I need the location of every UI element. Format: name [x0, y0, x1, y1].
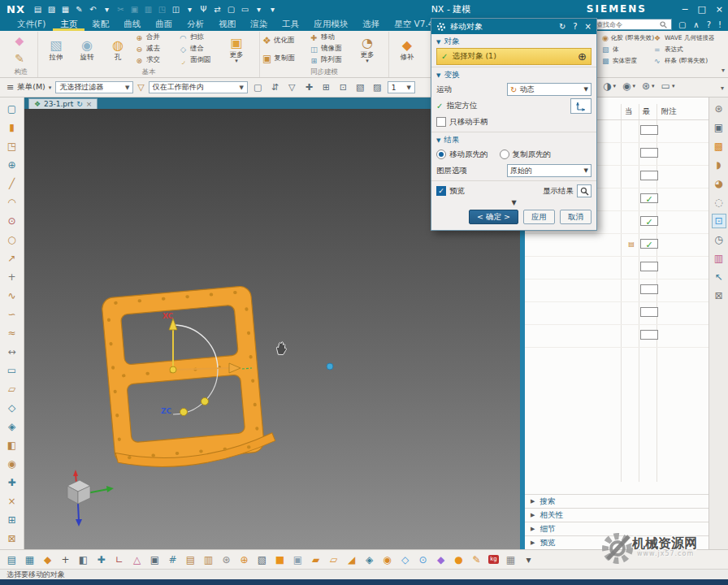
- constraint-navigator-icon[interactable]: ▩: [712, 139, 726, 154]
- move-handles-row[interactable]: 只移动手柄: [436, 114, 592, 130]
- bounded-plane-icon[interactable]: ▱: [8, 379, 15, 398]
- minimize-button[interactable]: ─: [682, 4, 688, 15]
- copy-cube-icon[interactable]: ▣: [149, 554, 161, 566]
- offset-curve-icon[interactable]: ↔: [7, 342, 15, 361]
- pattern-icon[interactable]: ⊞: [7, 510, 15, 529]
- close-button[interactable]: ×: [716, 4, 723, 15]
- clay-icon[interactable]: ◆: [41, 554, 54, 566]
- solid-density-button[interactable]: ▩实体密度: [602, 55, 654, 67]
- part-tab[interactable]: ❖ 23-1.prt ↻ ×: [28, 98, 98, 109]
- touch-mode-icon[interactable]: ⇄: [211, 5, 223, 14]
- point-add-icon[interactable]: +: [59, 554, 72, 566]
- table-row[interactable]: [525, 280, 708, 302]
- selection-bar-overflow-icon[interactable]: ▾: [721, 84, 724, 92]
- menu-tab[interactable]: 曲面: [148, 18, 180, 31]
- patch-surface-icon[interactable]: ◧: [7, 436, 16, 454]
- shaded-view-icon[interactable]: ▧: [354, 82, 366, 93]
- gears-icon[interactable]: ⊛: [220, 554, 232, 566]
- table-icon[interactable]: ▦: [505, 554, 517, 566]
- datum-grid-icon[interactable]: ▤: [6, 554, 18, 566]
- table-row[interactable]: ▤✓: [525, 234, 708, 257]
- assembly-navigator-icon[interactable]: ▣: [712, 120, 726, 135]
- csys-icon[interactable]: ∟: [113, 554, 125, 566]
- maximize-button[interactable]: □: [697, 4, 705, 15]
- menu-tab[interactable]: 工具: [275, 18, 306, 31]
- fullscreen-icon[interactable]: ▢: [678, 20, 686, 29]
- section-objects[interactable]: ▼ 对象: [436, 36, 592, 48]
- cube-pair-icon[interactable]: ▣: [292, 554, 304, 566]
- sketch-sheet-icon[interactable]: ▦: [24, 554, 36, 566]
- rotate-triad-icon[interactable]: △: [131, 554, 143, 566]
- dialog-close-button[interactable]: ×: [585, 22, 592, 31]
- section-view-icon[interactable]: ◑▾: [603, 80, 616, 92]
- qa-overflow-icon[interactable]: ▾: [266, 5, 279, 14]
- crosshair-icon[interactable]: ⊕: [578, 50, 587, 63]
- dialog-titlebar[interactable]: 移动对象 ↻?×: [431, 19, 596, 34]
- layer-option-dropdown[interactable]: 原始的 ▼: [507, 164, 592, 177]
- line-icon[interactable]: ╱: [9, 174, 15, 193]
- wedge-icon[interactable]: ◢: [345, 554, 358, 566]
- swap-selection-icon[interactable]: ⇵: [269, 82, 281, 93]
- checkbox-unchecked[interactable]: [436, 117, 446, 127]
- dialog-collapse-icon[interactable]: ▼: [436, 199, 592, 207]
- motion-dropdown[interactable]: ↻ 动态 ▼: [507, 83, 592, 96]
- sheet-icon[interactable]: ▭: [7, 361, 16, 379]
- cut-icon[interactable]: ✂: [115, 5, 127, 14]
- visualization-icon[interactable]: ⊡: [712, 214, 726, 228]
- menu-tab[interactable]: 曲线: [116, 18, 148, 31]
- capture-icon[interactable]: ◫: [170, 5, 182, 14]
- orange-ball-icon[interactable]: ●: [453, 554, 465, 566]
- menu-tab[interactable]: 分析: [180, 18, 211, 31]
- deprecated-glue-button[interactable]: ◉化胶 (即将失效): [602, 32, 654, 44]
- optimize-face-button[interactable]: ❖优化面: [262, 32, 308, 50]
- freeform-icon[interactable]: ◇: [8, 398, 15, 417]
- display-window-icon[interactable]: ▢: [7, 99, 16, 118]
- subtract-button[interactable]: ⊖减去: [133, 43, 177, 54]
- section-details[interactable]: ▶细节: [525, 522, 708, 535]
- hole-button[interactable]: ◍孔: [102, 32, 133, 67]
- radio-move-original[interactable]: [436, 150, 446, 159]
- dialog-reset-button[interactable]: ↻: [559, 22, 566, 31]
- wave-linker-button[interactable]: ❖WAVE 几何链接器: [654, 32, 724, 44]
- snap-scale-dropdown[interactable]: 1 ▼: [388, 81, 415, 93]
- menu-tab[interactable]: 主页: [53, 18, 84, 31]
- menu-tab[interactable]: 选择: [355, 18, 387, 31]
- revolve-button[interactable]: ◉旋转: [72, 32, 102, 67]
- ribbon-overflow-icon[interactable]: ▾: [722, 67, 725, 74]
- point-icon[interactable]: +: [7, 267, 15, 286]
- part-navigator-icon[interactable]: ◗: [712, 158, 726, 172]
- section-dependencies[interactable]: ▶相关性: [525, 508, 708, 522]
- sphere-tool-icon[interactable]: ◉: [381, 554, 393, 566]
- reuse-library-icon[interactable]: ◕: [712, 176, 726, 191]
- cylinder-pencil-icon[interactable]: ◳: [7, 136, 16, 155]
- table-row[interactable]: [525, 325, 708, 348]
- dialog-help-button[interactable]: ?: [573, 22, 577, 31]
- table-row[interactable]: [525, 302, 708, 325]
- crosshair-icon[interactable]: ✚: [7, 473, 15, 492]
- filter-list-icon[interactable]: ▽: [286, 82, 298, 93]
- radio-copy-original[interactable]: [500, 150, 509, 159]
- help-icon[interactable]: ?: [707, 20, 711, 29]
- copy-icon[interactable]: ▣: [128, 5, 141, 14]
- select-object-row[interactable]: ✓ 选择对象 (1) ⊕: [436, 48, 592, 65]
- system-tools-icon[interactable]: ⊠: [712, 288, 726, 303]
- section-result[interactable]: ▼ 结果: [436, 134, 592, 146]
- alert-icon[interactable]: !: [718, 20, 722, 29]
- measure-icon[interactable]: #: [167, 554, 179, 566]
- cards-icon[interactable]: ▱: [327, 554, 340, 566]
- checkbox-checked[interactable]: ✓: [436, 186, 446, 196]
- settings-gear-icon[interactable]: ⊛: [712, 102, 726, 116]
- spline-deprecated-button[interactable]: ∿样条 (即将失效): [654, 55, 724, 67]
- history-icon[interactable]: ◷: [712, 232, 726, 247]
- blue-diamond-icon[interactable]: ◇: [399, 554, 411, 566]
- mirror-face-button[interactable]: ◫镜像面: [308, 43, 352, 54]
- body-button[interactable]: ▧体: [602, 44, 654, 55]
- menu-tab[interactable]: 装配: [84, 18, 116, 31]
- search-blue-icon[interactable]: ⊙: [417, 554, 429, 566]
- microphone-icon[interactable]: Ψ: [197, 5, 210, 14]
- menu-tab[interactable]: 应用模块: [306, 18, 355, 31]
- snap-point[interactable]: [327, 363, 333, 370]
- more-button[interactable]: ▣更多▾: [221, 32, 252, 67]
- sphere-icon[interactable]: ◉: [7, 454, 15, 473]
- apply-button[interactable]: 应用: [523, 210, 555, 224]
